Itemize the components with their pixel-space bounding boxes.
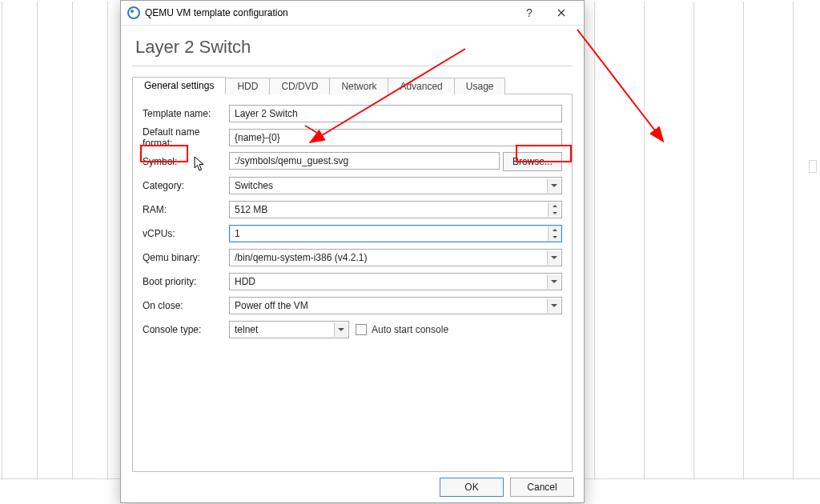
ram-label: RAM:	[143, 204, 229, 215]
ram-spinner[interactable]: 512 MB	[229, 201, 562, 218]
symbol-input[interactable]: :/symbols/qemu_guest.svg	[229, 152, 500, 170]
default-name-format-label: Default name format:	[143, 126, 229, 149]
gns3-app-icon	[127, 6, 140, 19]
auto-start-console-label: Auto start console	[372, 324, 448, 335]
vcpus-spinner[interactable]: 1	[229, 225, 562, 242]
tab-cddvd[interactable]: CD/DVD	[269, 78, 330, 94]
on-close-select[interactable]: Power off the VM	[229, 297, 562, 314]
template-name-label: Template name:	[143, 108, 229, 119]
window-title: QEMU VM template configuration	[145, 7, 513, 18]
chevron-down-icon	[547, 178, 561, 193]
ok-button[interactable]: OK	[440, 478, 504, 497]
chevron-down-icon	[547, 274, 561, 289]
auto-start-console-checkbox[interactable]: Auto start console	[356, 324, 448, 335]
tab-hdd[interactable]: HDD	[225, 78, 270, 94]
cancel-button[interactable]: Cancel	[510, 478, 574, 497]
help-button[interactable]: ?	[513, 2, 545, 24]
console-type-select[interactable]: telnet	[229, 321, 349, 338]
page-title: Layer 2 Switch	[132, 34, 573, 66]
on-close-label: On close:	[143, 300, 229, 311]
ram-value: 512 MB	[235, 204, 267, 215]
on-close-value: Power off the VM	[235, 300, 308, 311]
tab-usage[interactable]: Usage	[454, 78, 506, 94]
svg-line-2	[577, 30, 662, 140]
qemu-template-config-dialog: QEMU VM template configuration ? Layer 2…	[120, 0, 585, 503]
boot-priority-label: Boot priority:	[143, 276, 229, 287]
tab-general-settings[interactable]: General settings	[132, 77, 226, 94]
tab-advanced[interactable]: Advanced	[388, 78, 454, 94]
boot-priority-select[interactable]: HDD	[229, 273, 562, 290]
qemu-binary-label: Qemu binary:	[143, 252, 229, 263]
general-settings-panel: Template name: Layer 2 Switch Default na…	[132, 94, 573, 472]
console-type-label: Console type:	[143, 324, 229, 335]
qemu-binary-select[interactable]: /bin/qemu-system-i386 (v4.2.1)	[229, 249, 562, 266]
titlebar: QEMU VM template configuration ?	[121, 1, 584, 26]
checkbox-box-icon	[356, 324, 367, 335]
spinner-buttons[interactable]	[548, 226, 561, 241]
category-select[interactable]: Switches	[229, 177, 562, 194]
dialog-footer: OK Cancel	[121, 472, 584, 502]
vcpus-value: 1	[235, 228, 240, 239]
template-name-input[interactable]: Layer 2 Switch	[229, 105, 562, 122]
chevron-down-icon	[547, 250, 561, 265]
qemu-binary-value: /bin/qemu-system-i386 (v4.2.1)	[235, 252, 367, 263]
tab-network[interactable]: Network	[329, 78, 388, 94]
close-icon	[557, 9, 565, 17]
symbol-label: Symbol:	[143, 156, 229, 167]
close-button[interactable]	[545, 2, 577, 24]
chevron-down-icon	[334, 322, 348, 337]
category-value: Switches	[235, 180, 273, 191]
tabs: General settings HDD CD/DVD Network Adva…	[132, 76, 573, 94]
vcpus-label: vCPUs:	[143, 228, 229, 239]
default-name-format-input[interactable]: {name}-{0}	[229, 129, 562, 146]
chevron-down-icon	[547, 298, 561, 313]
category-label: Category:	[143, 180, 229, 191]
spinner-buttons[interactable]	[548, 202, 561, 217]
boot-priority-value: HDD	[235, 276, 255, 287]
browse-button[interactable]: Browse...	[503, 152, 562, 171]
console-type-value: telnet	[235, 324, 258, 335]
dialog-content: Layer 2 Switch General settings HDD CD/D…	[121, 26, 584, 472]
